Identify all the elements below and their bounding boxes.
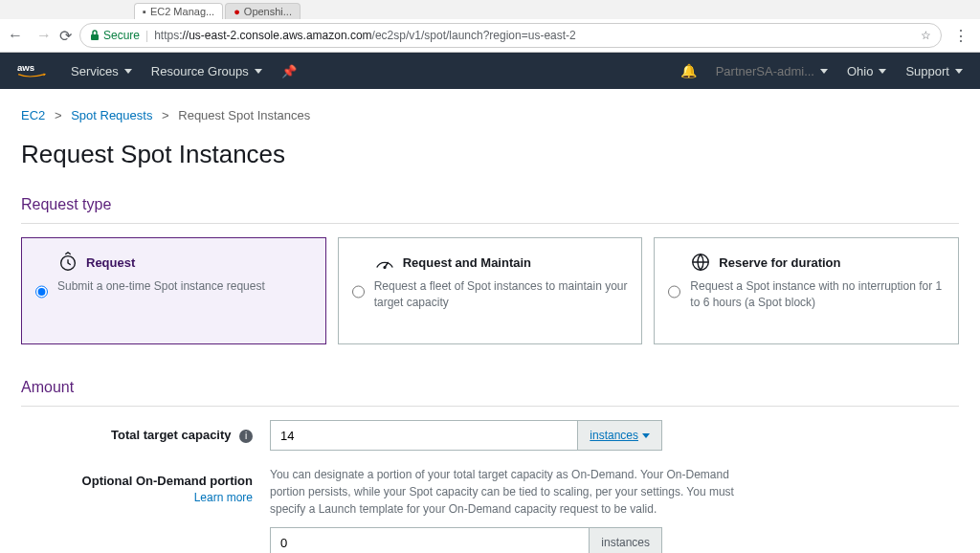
clock-icon (57, 252, 78, 273)
chevron-down-icon (879, 69, 886, 74)
breadcrumb-separator: > (55, 108, 62, 122)
region-label: Ohio (847, 64, 873, 78)
aws-header: aws Services Resource Groups 📌 🔔 Partner… (0, 53, 980, 89)
bookmark-star-icon[interactable]: ☆ (921, 29, 931, 42)
chevron-down-icon (820, 69, 828, 74)
nav-resource-groups[interactable]: Resource Groups (151, 64, 262, 78)
option-desc: Submit a one-time Spot instance request (57, 278, 312, 295)
tab-title: EC2 Manag... (150, 6, 214, 17)
nav-resource-groups-label: Resource Groups (151, 64, 249, 78)
svg-point-3 (384, 267, 386, 269)
secure-indicator: Secure (90, 29, 140, 42)
row-total-target-capacity: Total target capacity i instances (21, 420, 959, 451)
back-button[interactable]: ← (8, 27, 23, 44)
info-icon[interactable]: i (239, 430, 253, 443)
pin-icon[interactable]: 📌 (281, 64, 297, 78)
chevron-down-icon (255, 69, 262, 74)
browser-tab[interactable]: ● Openshi... (225, 3, 301, 19)
nav-support[interactable]: Support (905, 64, 963, 78)
tab-favicon: ● (234, 6, 240, 17)
browser-chrome: ▪ EC2 Manag... ● Openshi... ← → ⟳ Secure… (0, 0, 980, 53)
option-reserve-duration[interactable]: Reserve for duration Request a Spot inst… (654, 237, 959, 344)
gauge-icon (374, 252, 395, 273)
option-title: Request (86, 255, 135, 270)
breadcrumb-current: Request Spot Instances (178, 108, 310, 122)
url-text: https://us-east-2.console.aws.amazon.com… (154, 29, 576, 42)
aws-logo[interactable]: aws (17, 60, 52, 81)
nav-services-label: Services (71, 64, 119, 78)
nav-region[interactable]: Ohio (847, 64, 886, 78)
unit-label: instances (590, 429, 638, 442)
radio-request[interactable] (35, 254, 48, 330)
option-request[interactable]: Request Submit a one-time Spot instance … (21, 237, 326, 344)
chevron-down-icon (955, 69, 963, 74)
lock-icon (90, 30, 100, 41)
tab-title: Openshi... (244, 6, 292, 17)
tab-bar: ▪ EC2 Manag... ● Openshi... (0, 0, 980, 19)
option-title: Request and Maintain (403, 255, 531, 270)
page-title: Request Spot Instances (21, 140, 959, 169)
breadcrumb-spot-requests[interactable]: Spot Requests (71, 108, 152, 122)
reload-button[interactable]: ⟳ (59, 27, 72, 45)
nav-user[interactable]: PartnerSA-admi... (716, 64, 828, 78)
option-desc: Request a Spot instance with no interrup… (690, 278, 945, 311)
unit-label: instances (601, 536, 650, 549)
svg-rect-0 (91, 34, 99, 40)
breadcrumb-separator: > (162, 108, 169, 122)
secure-label: Secure (103, 29, 140, 42)
optional-ondemand-input[interactable] (271, 528, 589, 553)
section-amount-title: Amount (21, 379, 959, 396)
total-capacity-input[interactable] (271, 421, 577, 450)
row-optional-on-demand: Optional On-Demand portion Learn more Yo… (21, 466, 959, 553)
page-content: EC2 > Spot Requests > Request Spot Insta… (0, 89, 980, 553)
radio-request-maintain[interactable] (352, 254, 365, 330)
capacity-unit-dropdown[interactable]: instances (577, 421, 661, 450)
divider (21, 406, 959, 407)
option-desc: Request a fleet of Spot instances to mai… (374, 278, 629, 311)
section-request-type-title: Request type (21, 196, 959, 213)
breadcrumb-ec2[interactable]: EC2 (21, 108, 45, 122)
chevron-down-icon (642, 433, 650, 438)
support-label: Support (905, 64, 949, 78)
notifications-icon[interactable]: 🔔 (680, 63, 697, 78)
learn-more-link[interactable]: Learn more (21, 491, 253, 504)
total-capacity-label: Total target capacity (111, 428, 231, 442)
user-label: PartnerSA-admi... (716, 64, 814, 78)
option-title: Reserve for duration (719, 255, 840, 270)
browser-toolbar: ← → ⟳ Secure | https://us-east-2.console… (0, 19, 980, 52)
optional-ondemand-help: You can designate a portion of your tota… (270, 466, 748, 518)
breadcrumb: EC2 > Spot Requests > Request Spot Insta… (21, 108, 959, 122)
browser-tab-active[interactable]: ▪ EC2 Manag... (134, 3, 223, 19)
chevron-down-icon (124, 69, 132, 74)
option-request-maintain[interactable]: Request and Maintain Request a fleet of … (338, 237, 643, 344)
divider (21, 223, 959, 224)
browser-menu-icon[interactable]: ⋮ (949, 27, 972, 45)
unit-suffix: instances (589, 528, 661, 553)
svg-text:aws: aws (17, 62, 34, 73)
forward-button[interactable]: → (36, 27, 52, 44)
optional-ondemand-label: Optional On-Demand portion (82, 474, 253, 488)
tab-favicon: ▪ (143, 6, 146, 17)
request-type-options: Request Submit a one-time Spot instance … (21, 237, 959, 344)
globe-clock-icon (690, 252, 711, 273)
nav-services[interactable]: Services (71, 64, 132, 78)
url-bar[interactable]: Secure | https://us-east-2.console.aws.a… (79, 23, 942, 48)
radio-reserve-duration[interactable] (668, 254, 680, 330)
